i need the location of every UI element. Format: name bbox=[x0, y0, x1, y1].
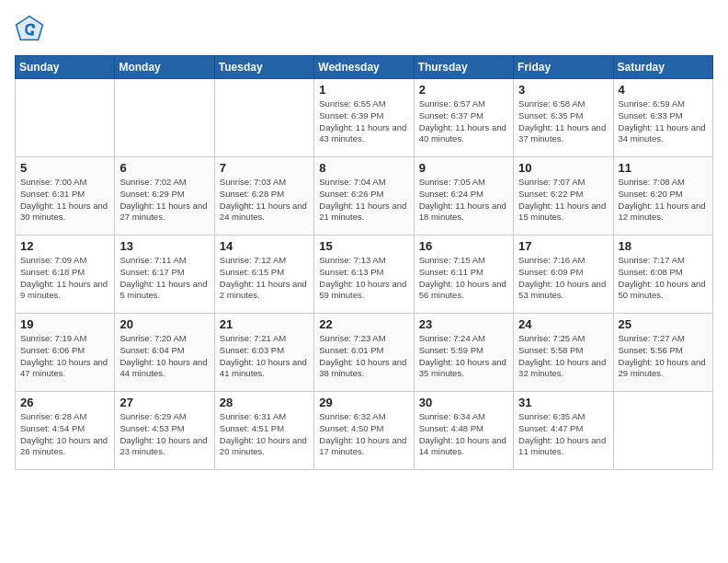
day-number: 9 bbox=[419, 161, 508, 175]
day-info: Sunrise: 6:35 AM Sunset: 4:47 PM Dayligh… bbox=[518, 411, 608, 458]
day-number: 16 bbox=[419, 239, 508, 253]
day-info: Sunrise: 7:07 AM Sunset: 6:22 PM Dayligh… bbox=[518, 177, 608, 224]
calendar-cell: 1Sunrise: 6:55 AM Sunset: 6:39 PM Daylig… bbox=[314, 79, 414, 157]
calendar-week-4: 19Sunrise: 7:19 AM Sunset: 6:06 PM Dayli… bbox=[16, 314, 713, 392]
day-number: 6 bbox=[119, 161, 209, 175]
day-number: 29 bbox=[319, 396, 408, 409]
day-info: Sunrise: 7:02 AM Sunset: 6:29 PM Dayligh… bbox=[119, 177, 209, 224]
day-info: Sunrise: 7:03 AM Sunset: 6:28 PM Dayligh… bbox=[220, 177, 309, 224]
day-info: Sunrise: 6:59 AM Sunset: 6:33 PM Dayligh… bbox=[619, 98, 708, 145]
calendar-cell: 27Sunrise: 6:29 AM Sunset: 4:53 PM Dayli… bbox=[115, 392, 214, 470]
calendar-week-1: 1Sunrise: 6:55 AM Sunset: 6:39 PM Daylig… bbox=[16, 79, 713, 157]
calendar-cell: 23Sunrise: 7:24 AM Sunset: 5:59 PM Dayli… bbox=[414, 314, 513, 392]
day-info: Sunrise: 7:23 AM Sunset: 6:01 PM Dayligh… bbox=[319, 333, 408, 380]
day-info: Sunrise: 7:05 AM Sunset: 6:24 PM Dayligh… bbox=[419, 177, 508, 224]
day-number: 7 bbox=[220, 161, 309, 175]
calendar-cell: 13Sunrise: 7:11 AM Sunset: 6:17 PM Dayli… bbox=[115, 236, 214, 314]
calendar-cell: 4Sunrise: 6:59 AM Sunset: 6:33 PM Daylig… bbox=[613, 79, 712, 157]
day-number: 31 bbox=[518, 396, 608, 409]
calendar-cell bbox=[16, 79, 115, 157]
calendar-cell: 25Sunrise: 7:27 AM Sunset: 5:56 PM Dayli… bbox=[613, 314, 712, 392]
calendar-cell: 30Sunrise: 6:34 AM Sunset: 4:48 PM Dayli… bbox=[414, 392, 513, 470]
day-number: 25 bbox=[619, 317, 708, 331]
calendar-cell: 17Sunrise: 7:16 AM Sunset: 6:09 PM Dayli… bbox=[514, 236, 613, 314]
day-number: 18 bbox=[619, 239, 708, 253]
day-number: 24 bbox=[518, 317, 608, 331]
day-info: Sunrise: 7:16 AM Sunset: 6:09 PM Dayligh… bbox=[518, 255, 608, 302]
day-info: Sunrise: 7:15 AM Sunset: 6:11 PM Dayligh… bbox=[419, 255, 508, 302]
day-info: Sunrise: 6:58 AM Sunset: 6:35 PM Dayligh… bbox=[518, 98, 608, 145]
calendar-cell: 16Sunrise: 7:15 AM Sunset: 6:11 PM Dayli… bbox=[414, 236, 513, 314]
column-header-saturday: Saturday bbox=[613, 56, 712, 79]
calendar-week-2: 5Sunrise: 7:00 AM Sunset: 6:31 PM Daylig… bbox=[16, 157, 713, 236]
calendar-cell bbox=[115, 79, 214, 157]
day-number: 21 bbox=[220, 317, 309, 331]
day-number: 2 bbox=[419, 83, 508, 97]
day-info: Sunrise: 6:55 AM Sunset: 6:39 PM Dayligh… bbox=[319, 98, 408, 145]
page-header bbox=[15, 15, 713, 44]
calendar-cell: 6Sunrise: 7:02 AM Sunset: 6:29 PM Daylig… bbox=[115, 157, 214, 236]
calendar-cell bbox=[214, 79, 313, 157]
day-number: 20 bbox=[119, 317, 209, 331]
day-number: 4 bbox=[619, 83, 708, 97]
column-header-wednesday: Wednesday bbox=[314, 56, 414, 79]
calendar-week-3: 12Sunrise: 7:09 AM Sunset: 6:18 PM Dayli… bbox=[16, 236, 713, 314]
calendar-cell: 15Sunrise: 7:13 AM Sunset: 6:13 PM Dayli… bbox=[314, 236, 414, 314]
day-info: Sunrise: 7:21 AM Sunset: 6:03 PM Dayligh… bbox=[220, 333, 309, 380]
day-info: Sunrise: 7:08 AM Sunset: 6:20 PM Dayligh… bbox=[619, 177, 708, 224]
day-info: Sunrise: 7:25 AM Sunset: 5:58 PM Dayligh… bbox=[518, 333, 608, 380]
column-header-friday: Friday bbox=[514, 56, 613, 79]
day-number: 15 bbox=[319, 239, 408, 253]
day-info: Sunrise: 7:11 AM Sunset: 6:17 PM Dayligh… bbox=[119, 255, 209, 302]
day-info: Sunrise: 7:04 AM Sunset: 6:26 PM Dayligh… bbox=[319, 177, 408, 224]
calendar-cell: 8Sunrise: 7:04 AM Sunset: 6:26 PM Daylig… bbox=[314, 157, 414, 236]
calendar-cell: 3Sunrise: 6:58 AM Sunset: 6:35 PM Daylig… bbox=[514, 79, 613, 157]
day-info: Sunrise: 7:27 AM Sunset: 5:56 PM Dayligh… bbox=[619, 333, 708, 380]
calendar-cell: 11Sunrise: 7:08 AM Sunset: 6:20 PM Dayli… bbox=[613, 157, 712, 236]
day-info: Sunrise: 7:17 AM Sunset: 6:08 PM Dayligh… bbox=[619, 255, 708, 302]
calendar-cell: 28Sunrise: 6:31 AM Sunset: 4:51 PM Dayli… bbox=[214, 392, 313, 470]
day-number: 26 bbox=[20, 396, 109, 409]
day-number: 3 bbox=[518, 83, 608, 97]
day-number: 28 bbox=[220, 396, 309, 409]
day-info: Sunrise: 7:24 AM Sunset: 5:59 PM Dayligh… bbox=[419, 333, 508, 380]
day-number: 23 bbox=[419, 317, 508, 331]
calendar-cell: 7Sunrise: 7:03 AM Sunset: 6:28 PM Daylig… bbox=[214, 157, 313, 236]
column-header-thursday: Thursday bbox=[414, 56, 513, 79]
day-info: Sunrise: 7:13 AM Sunset: 6:13 PM Dayligh… bbox=[319, 255, 408, 302]
day-number: 5 bbox=[20, 161, 109, 175]
calendar-cell: 21Sunrise: 7:21 AM Sunset: 6:03 PM Dayli… bbox=[214, 314, 313, 392]
day-number: 17 bbox=[518, 239, 608, 253]
logo-icon bbox=[15, 15, 44, 44]
day-number: 1 bbox=[319, 83, 408, 97]
column-header-sunday: Sunday bbox=[16, 56, 115, 79]
calendar-cell: 9Sunrise: 7:05 AM Sunset: 6:24 PM Daylig… bbox=[414, 157, 513, 236]
calendar-table: SundayMondayTuesdayWednesdayThursdayFrid… bbox=[15, 55, 713, 470]
calendar-cell: 24Sunrise: 7:25 AM Sunset: 5:58 PM Dayli… bbox=[514, 314, 613, 392]
day-number: 14 bbox=[220, 239, 309, 253]
calendar-cell: 10Sunrise: 7:07 AM Sunset: 6:22 PM Dayli… bbox=[514, 157, 613, 236]
day-info: Sunrise: 6:32 AM Sunset: 4:50 PM Dayligh… bbox=[319, 411, 408, 458]
day-number: 11 bbox=[619, 161, 708, 175]
day-number: 8 bbox=[319, 161, 408, 175]
calendar-cell: 19Sunrise: 7:19 AM Sunset: 6:06 PM Dayli… bbox=[16, 314, 115, 392]
day-number: 10 bbox=[518, 161, 608, 175]
day-info: Sunrise: 6:29 AM Sunset: 4:53 PM Dayligh… bbox=[119, 411, 209, 458]
day-number: 12 bbox=[20, 239, 109, 253]
day-info: Sunrise: 6:31 AM Sunset: 4:51 PM Dayligh… bbox=[220, 411, 309, 458]
day-info: Sunrise: 7:09 AM Sunset: 6:18 PM Dayligh… bbox=[20, 255, 109, 302]
calendar-cell: 5Sunrise: 7:00 AM Sunset: 6:31 PM Daylig… bbox=[16, 157, 115, 236]
calendar-cell bbox=[613, 392, 712, 470]
day-info: Sunrise: 7:20 AM Sunset: 6:04 PM Dayligh… bbox=[119, 333, 209, 380]
day-info: Sunrise: 7:19 AM Sunset: 6:06 PM Dayligh… bbox=[20, 333, 109, 380]
day-info: Sunrise: 7:12 AM Sunset: 6:15 PM Dayligh… bbox=[220, 255, 309, 302]
calendar-cell: 31Sunrise: 6:35 AM Sunset: 4:47 PM Dayli… bbox=[514, 392, 613, 470]
day-info: Sunrise: 6:34 AM Sunset: 4:48 PM Dayligh… bbox=[419, 411, 508, 458]
day-number: 27 bbox=[119, 396, 209, 409]
day-number: 30 bbox=[419, 396, 508, 409]
day-info: Sunrise: 6:57 AM Sunset: 6:37 PM Dayligh… bbox=[419, 98, 508, 145]
calendar-cell: 26Sunrise: 6:28 AM Sunset: 4:54 PM Dayli… bbox=[16, 392, 115, 470]
day-number: 22 bbox=[319, 317, 408, 331]
calendar-week-5: 26Sunrise: 6:28 AM Sunset: 4:54 PM Dayli… bbox=[16, 392, 713, 470]
calendar-cell: 29Sunrise: 6:32 AM Sunset: 4:50 PM Dayli… bbox=[314, 392, 414, 470]
